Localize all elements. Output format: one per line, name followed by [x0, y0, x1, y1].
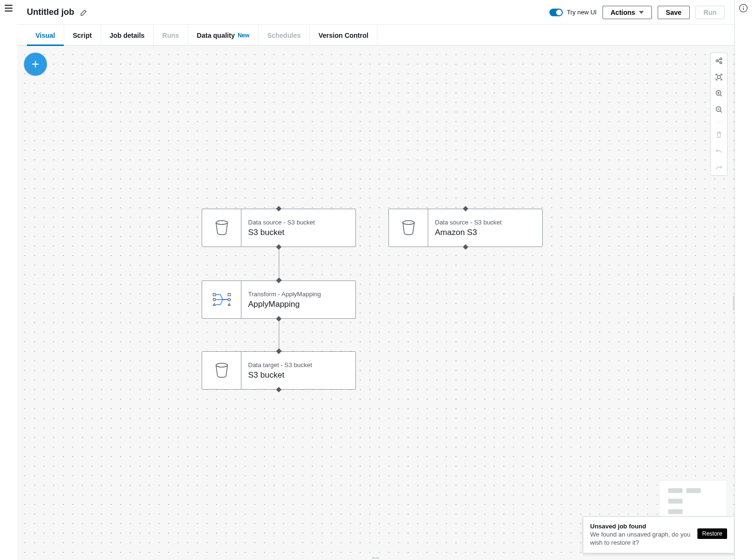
- redo-icon: [714, 163, 724, 172]
- mapping-icon: [202, 281, 241, 318]
- unsaved-job-toast: Unsaved job found We found an unsaved gr…: [583, 516, 734, 553]
- svg-point-11: [228, 299, 230, 301]
- svg-point-12: [216, 363, 228, 367]
- hamburger-menu-icon[interactable]: [5, 5, 12, 11]
- plus-icon: +: [32, 56, 39, 72]
- node-source-s3[interactable]: Data source - S3 bucket S3 bucket: [202, 209, 356, 247]
- add-node-button[interactable]: +: [24, 53, 47, 76]
- bucket-icon: [202, 209, 241, 246]
- save-button[interactable]: Save: [658, 6, 690, 19]
- svg-point-2: [720, 62, 722, 64]
- tab-job-details[interactable]: Job details: [101, 25, 154, 45]
- tab-script[interactable]: Script: [64, 25, 101, 45]
- node-target-s3[interactable]: Data target - S3 bucket S3 bucket: [202, 351, 356, 390]
- tab-version-control[interactable]: Version Control: [310, 25, 377, 45]
- edge: [279, 319, 279, 351]
- tab-data-quality[interactable]: Data qualityNew: [188, 25, 259, 45]
- node-source-amazon-s3[interactable]: Data source - S3 bucket Amazon S3: [388, 209, 543, 247]
- zoom-in-icon[interactable]: [714, 89, 724, 98]
- tab-runs: Runs: [154, 25, 188, 45]
- bucket-icon: [202, 352, 241, 389]
- edit-title-icon[interactable]: [80, 9, 88, 16]
- run-button: Run: [695, 6, 725, 19]
- bucket-icon: [389, 209, 428, 246]
- restore-button[interactable]: Restore: [697, 528, 727, 539]
- svg-rect-8: [213, 293, 216, 296]
- node-subtitle: Transform - ApplyMapping: [248, 291, 349, 298]
- toast-title: Unsaved job found: [590, 523, 693, 530]
- canvas-tools: [710, 53, 728, 176]
- svg-point-6: [216, 221, 228, 224]
- page-title: Untitled job: [27, 7, 74, 17]
- svg-rect-3: [718, 76, 720, 78]
- node-title: Amazon S3: [435, 228, 536, 237]
- svg-point-7: [403, 221, 414, 224]
- header-bar: Untitled job Try new UI Actions Save Run: [17, 0, 734, 25]
- svg-point-9: [213, 299, 216, 301]
- node-title: S3 bucket: [248, 228, 349, 237]
- tab-schedules: Schedules: [259, 25, 310, 45]
- new-badge: New: [238, 32, 250, 39]
- actions-button[interactable]: Actions: [603, 6, 652, 19]
- share-icon[interactable]: [714, 56, 724, 66]
- trash-icon: [714, 130, 724, 140]
- svg-rect-10: [228, 293, 230, 296]
- toast-body: We found an unsaved graph, do you wish t…: [590, 531, 693, 547]
- node-subtitle: Data source - S3 bucket: [248, 219, 349, 226]
- svg-point-0: [716, 60, 718, 62]
- info-icon[interactable]: [739, 4, 748, 12]
- actions-label: Actions: [611, 9, 635, 16]
- svg-point-1: [720, 58, 722, 60]
- tab-visual[interactable]: Visual: [27, 25, 64, 45]
- node-title: ApplyMapping: [248, 300, 349, 309]
- svg-point-14: [743, 6, 744, 7]
- tabs: Visual Script Job details Runs Data qual…: [17, 25, 734, 46]
- edge: [279, 247, 279, 280]
- node-subtitle: Data target - S3 bucket: [248, 361, 349, 369]
- fit-to-screen-icon[interactable]: [714, 72, 724, 82]
- bottom-drag-handle[interactable]: ══: [370, 556, 382, 559]
- chevron-down-icon: [639, 11, 644, 14]
- toggle-label: Try new UI: [567, 9, 596, 16]
- node-subtitle: Data source - S3 bucket: [435, 219, 536, 226]
- undo-icon: [714, 146, 724, 156]
- zoom-out-icon[interactable]: [714, 105, 724, 114]
- canvas[interactable]: +: [17, 46, 734, 560]
- right-splitter[interactable]: [733, 296, 734, 310]
- toggle-switch-icon: [549, 9, 563, 16]
- try-new-ui-toggle[interactable]: Try new UI: [549, 9, 596, 16]
- node-applymapping[interactable]: Transform - ApplyMapping ApplyMapping: [202, 280, 356, 319]
- node-title: S3 bucket: [248, 370, 349, 380]
